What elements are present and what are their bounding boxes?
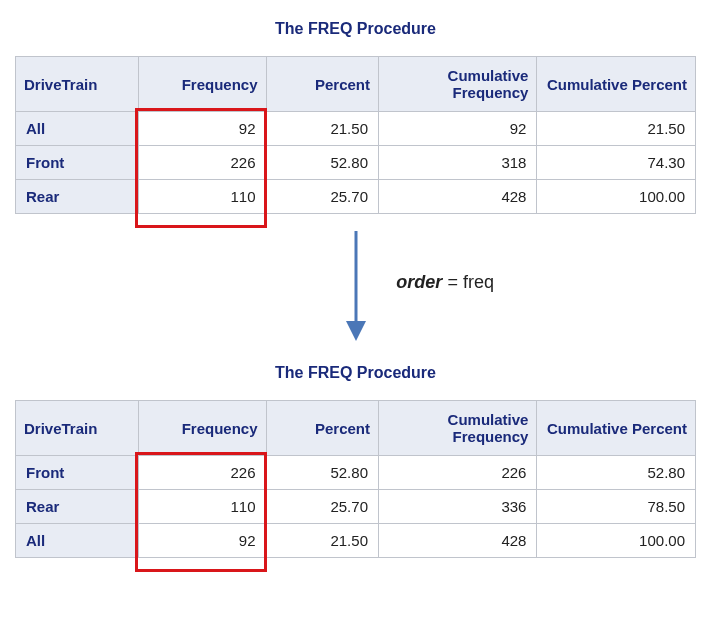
cell-percent: 25.70 [266, 180, 378, 214]
cell-cum-pct: 100.00 [537, 180, 696, 214]
cell-frequency: 110 [138, 180, 266, 214]
title-2: The FREQ Procedure [15, 364, 696, 382]
table-row: Front 226 52.80 318 74.30 [16, 146, 696, 180]
header-cum-pct: Cumulative Percent [537, 401, 696, 456]
cell-percent: 21.50 [266, 524, 378, 558]
order-annotation: order = freq [396, 272, 494, 293]
table-row: All 92 21.50 92 21.50 [16, 112, 696, 146]
cell-percent: 52.80 [266, 456, 378, 490]
table-row: Rear 110 25.70 428 100.00 [16, 180, 696, 214]
cell-drivetrain: Rear [16, 490, 139, 524]
table-row: Rear 110 25.70 336 78.50 [16, 490, 696, 524]
header-cum-freq: Cumulative Frequency [378, 57, 536, 112]
cell-cum-pct: 52.80 [537, 456, 696, 490]
annotation-option-value: freq [463, 272, 494, 292]
header-percent: Percent [266, 57, 378, 112]
header-cum-pct: Cumulative Percent [537, 57, 696, 112]
cell-cum-freq: 318 [378, 146, 536, 180]
table-1-wrap: DriveTrain Frequency Percent Cumulative … [15, 56, 696, 214]
arrow-zone: order = freq [15, 226, 696, 356]
cell-cum-freq: 226 [378, 456, 536, 490]
cell-frequency: 110 [138, 490, 266, 524]
annotation-equals: = [442, 272, 463, 292]
cell-frequency: 226 [138, 146, 266, 180]
cell-drivetrain: Front [16, 146, 139, 180]
header-cum-freq: Cumulative Frequency [378, 401, 536, 456]
freq-table-2: DriveTrain Frequency Percent Cumulative … [15, 400, 696, 558]
arrow-down-icon [336, 226, 376, 346]
header-drivetrain: DriveTrain [16, 401, 139, 456]
header-frequency: Frequency [138, 401, 266, 456]
cell-frequency: 92 [138, 112, 266, 146]
cell-cum-pct: 21.50 [537, 112, 696, 146]
cell-cum-freq: 428 [378, 524, 536, 558]
table-row: Front 226 52.80 226 52.80 [16, 456, 696, 490]
cell-percent: 21.50 [266, 112, 378, 146]
cell-drivetrain: Front [16, 456, 139, 490]
cell-cum-pct: 78.50 [537, 490, 696, 524]
cell-drivetrain: All [16, 112, 139, 146]
cell-percent: 25.70 [266, 490, 378, 524]
cell-cum-freq: 92 [378, 112, 536, 146]
header-frequency: Frequency [138, 57, 266, 112]
table-2-wrap: DriveTrain Frequency Percent Cumulative … [15, 400, 696, 558]
svg-marker-1 [346, 321, 366, 341]
table-2-header-row: DriveTrain Frequency Percent Cumulative … [16, 401, 696, 456]
cell-drivetrain: All [16, 524, 139, 558]
cell-cum-pct: 100.00 [537, 524, 696, 558]
cell-percent: 52.80 [266, 146, 378, 180]
header-drivetrain: DriveTrain [16, 57, 139, 112]
cell-frequency: 226 [138, 456, 266, 490]
cell-cum-freq: 428 [378, 180, 536, 214]
cell-cum-freq: 336 [378, 490, 536, 524]
cell-frequency: 92 [138, 524, 266, 558]
table-row: All 92 21.50 428 100.00 [16, 524, 696, 558]
annotation-option-name: order [396, 272, 442, 292]
header-percent: Percent [266, 401, 378, 456]
cell-drivetrain: Rear [16, 180, 139, 214]
table-1-header-row: DriveTrain Frequency Percent Cumulative … [16, 57, 696, 112]
cell-cum-pct: 74.30 [537, 146, 696, 180]
freq-table-1: DriveTrain Frequency Percent Cumulative … [15, 56, 696, 214]
title-1: The FREQ Procedure [15, 20, 696, 38]
